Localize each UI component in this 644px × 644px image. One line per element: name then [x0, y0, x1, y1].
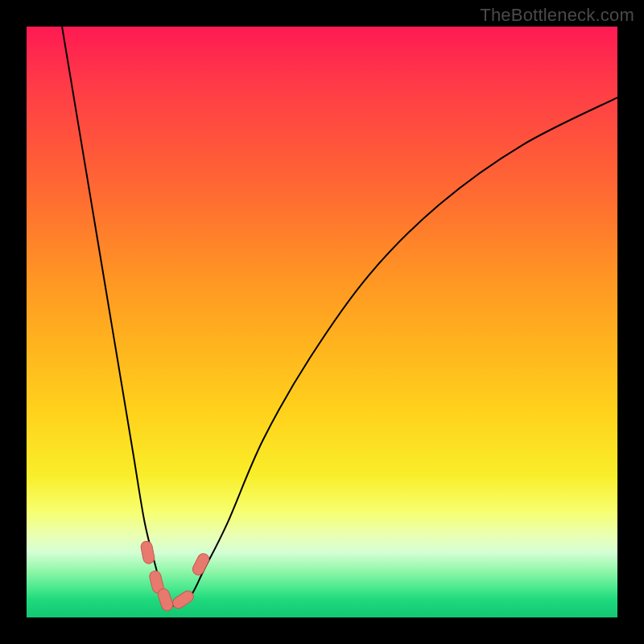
- marker-bottom-right: [171, 588, 196, 610]
- bottleneck-curve: [62, 27, 617, 606]
- marker-bottom-left: [156, 587, 174, 612]
- marker-right-ascend: [191, 551, 211, 576]
- marker-left-descend-1: [140, 540, 155, 564]
- chart-plot-area: [27, 27, 617, 617]
- bottleneck-chart-svg: [27, 27, 617, 617]
- watermark-text: TheBottleneck.com: [480, 5, 634, 26]
